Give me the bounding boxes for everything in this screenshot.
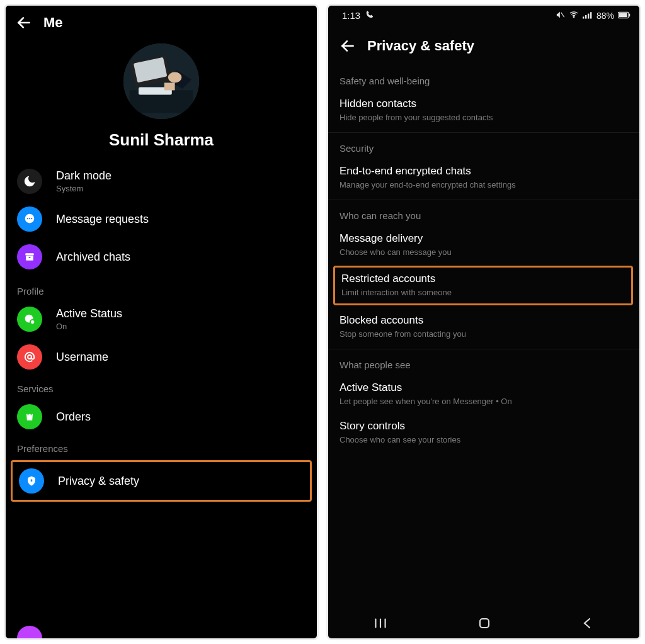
- row-username[interactable]: Username: [6, 338, 317, 376]
- row-e2e-chats[interactable]: End-to-end encrypted chats Manage your e…: [328, 159, 639, 197]
- row-label: Restricted accounts: [341, 273, 625, 285]
- page-title: Me: [43, 14, 63, 31]
- section-safety: Safety and well-being: [328, 67, 639, 91]
- profile-block: Sunil Sharma: [6, 37, 317, 162]
- nav-back-icon[interactable]: [580, 616, 595, 633]
- row-label: Active Status: [56, 307, 122, 320]
- row-sub: Manage your end-to-end encrypted chat se…: [340, 180, 628, 189]
- at-sign-icon: [17, 344, 42, 370]
- svg-rect-27: [629, 13, 631, 16]
- row-label: Dark mode: [56, 169, 111, 183]
- row-story-controls[interactable]: Story controls Choose who can see your s…: [328, 414, 639, 452]
- svg-point-11: [31, 218, 32, 219]
- row-label: Privacy & safety: [58, 475, 139, 488]
- shield-icon: [19, 468, 44, 494]
- svg-rect-23: [588, 13, 589, 18]
- battery-text: 88%: [596, 11, 614, 21]
- row-active-status[interactable]: Active Status Let people see when you're…: [328, 375, 639, 414]
- row-label: Orders: [56, 410, 91, 424]
- svg-point-16: [30, 320, 35, 324]
- svg-rect-18: [31, 480, 33, 482]
- section-reach: Who can reach you: [328, 201, 639, 226]
- row-sub: Choose who can message you: [340, 247, 628, 257]
- row-blocked-accounts[interactable]: Blocked accounts Stop someone from conta…: [328, 308, 639, 346]
- row-sub: Hide people from your suggested contacts: [340, 113, 628, 122]
- settings-list: Dark mode System Message requests Archiv…: [6, 162, 317, 638]
- mute-icon: [556, 10, 565, 21]
- row-label: Active Status: [340, 381, 628, 394]
- row-active-status[interactable]: Active Status On: [6, 300, 317, 338]
- row-sub: On: [56, 322, 122, 331]
- row-dark-mode[interactable]: Dark mode System: [6, 162, 317, 200]
- highlight-privacy-safety: Privacy & safety: [11, 460, 312, 502]
- svg-rect-21: [583, 16, 584, 18]
- row-label: Blocked accounts: [340, 314, 628, 327]
- wifi-icon: [569, 9, 579, 21]
- header: Privacy & safety: [328, 23, 639, 67]
- svg-rect-26: [619, 13, 627, 16]
- row-privacy-safety[interactable]: Privacy & safety: [13, 462, 310, 500]
- divider: [328, 200, 639, 200]
- row-message-delivery[interactable]: Message delivery Choose who can message …: [328, 226, 639, 264]
- battery-icon: [618, 11, 631, 21]
- row-sub: Limit interaction with someone: [341, 288, 625, 297]
- svg-rect-32: [480, 619, 489, 628]
- row-label: Archived chats: [56, 251, 130, 264]
- svg-point-9: [27, 218, 28, 219]
- svg-rect-24: [590, 12, 591, 18]
- row-restricted-accounts[interactable]: Restricted accounts Limit interaction wi…: [335, 268, 631, 303]
- row-label: Message requests: [56, 213, 149, 226]
- row-sub: System: [56, 184, 111, 193]
- svg-rect-14: [28, 257, 30, 258]
- message-requests-icon: [17, 206, 42, 232]
- profile-name: Sunil Sharma: [109, 130, 214, 150]
- phone-left-me-settings: Me Sunil Sharma Dark mode System: [4, 4, 319, 640]
- avatar[interactable]: [123, 43, 199, 119]
- section-people-see: What people see: [328, 351, 639, 375]
- svg-rect-22: [585, 15, 586, 19]
- divider: [328, 132, 639, 133]
- row-label: Hidden contacts: [340, 98, 628, 110]
- row-sub: Stop someone from contacting you: [340, 329, 628, 339]
- section-security: Security: [328, 134, 639, 159]
- archive-icon: [17, 244, 42, 269]
- back-icon[interactable]: [340, 38, 356, 54]
- svg-rect-13: [26, 256, 33, 261]
- row-label: Story controls: [340, 420, 628, 432]
- svg-rect-12: [25, 253, 33, 255]
- svg-line-19: [561, 12, 564, 17]
- phone-right-privacy-safety: 1:13 88% Privacy & safety Safety and wel…: [326, 4, 641, 640]
- active-status-icon: [17, 307, 42, 332]
- nav-recent-icon[interactable]: [372, 615, 389, 634]
- phone-icon: [365, 10, 374, 21]
- row-sub: Choose who can see your stories: [340, 435, 628, 444]
- back-icon[interactable]: [16, 14, 32, 31]
- row-label: End-to-end encrypted chats: [340, 165, 628, 178]
- status-bar: 1:13 88%: [328, 6, 639, 23]
- row-label: Username: [56, 351, 108, 364]
- status-time: 1:13: [342, 10, 360, 21]
- header: Me: [6, 6, 317, 37]
- moon-icon: [17, 169, 42, 194]
- divider: [328, 349, 639, 349]
- row-hidden-contacts[interactable]: Hidden contacts Hide people from your su…: [328, 91, 639, 130]
- shopping-bag-icon: [17, 404, 42, 429]
- signal-icon: [583, 11, 593, 21]
- section-profile: Profile: [6, 276, 317, 300]
- row-message-requests[interactable]: Message requests: [6, 200, 317, 238]
- row-label: Message delivery: [340, 232, 628, 245]
- nav-home-icon[interactable]: [477, 616, 492, 633]
- section-preferences: Preferences: [6, 436, 317, 458]
- svg-point-6: [168, 72, 182, 83]
- svg-point-20: [573, 16, 574, 18]
- svg-rect-7: [164, 82, 175, 90]
- row-orders[interactable]: Orders: [6, 398, 317, 436]
- row-archived-chats[interactable]: Archived chats: [6, 238, 317, 276]
- svg-point-10: [29, 218, 30, 219]
- row-sub: Let people see when you're on Messenger …: [340, 397, 628, 406]
- section-services: Services: [6, 376, 317, 398]
- highlight-restricted-accounts: Restricted accounts Limit interaction wi…: [333, 266, 633, 305]
- android-nav-bar: [328, 611, 639, 638]
- page-title: Privacy & safety: [367, 38, 474, 54]
